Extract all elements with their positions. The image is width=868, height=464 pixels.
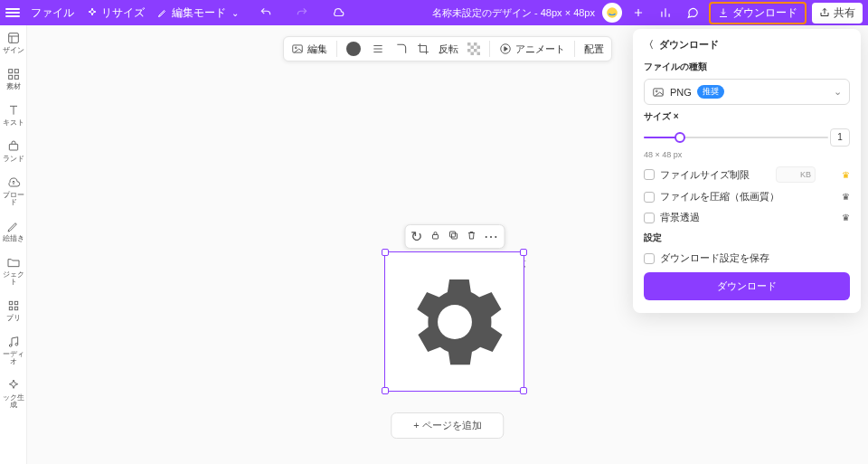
svg-rect-9 — [9, 307, 12, 309]
compress-row[interactable]: ファイルを圧縮（低画質） ♛ — [644, 190, 850, 204]
transparent-row[interactable]: 背景透過 ♛ — [644, 211, 850, 224]
save-settings-label: ダウンロード設定を保存 — [660, 251, 769, 265]
menu-icon[interactable] — [5, 8, 20, 17]
rail-text[interactable]: キスト — [3, 103, 24, 127]
edit-image-button[interactable]: 編集 — [291, 43, 327, 56]
filetype-label: ファイルの種類 — [644, 61, 850, 73]
comment-icon[interactable] — [682, 2, 703, 24]
animate-label: アニメート — [515, 43, 565, 56]
transparent-label: 背景透過 — [660, 211, 700, 224]
checkbox[interactable] — [644, 169, 655, 180]
filesize-limit-label: ファイルサイズ制限 — [660, 168, 750, 182]
resize-menu[interactable]: リサイズ — [87, 5, 145, 21]
more-icon[interactable]: ⋯ — [484, 228, 498, 245]
analytics-icon[interactable] — [655, 2, 676, 24]
svg-rect-17 — [474, 43, 477, 46]
transparency-button[interactable] — [467, 43, 480, 55]
rail-audio[interactable]: ーディオ — [0, 335, 26, 365]
filetype-select[interactable]: PNG 推奨 ⌄ — [644, 79, 850, 105]
settings-label: 設定 — [644, 232, 850, 244]
file-menu[interactable]: ファイル — [31, 5, 74, 21]
filesize-limit-row[interactable]: ファイルサイズ制限 KB ♛ — [644, 166, 850, 183]
left-rail: ザイン 素材 キスト ランド プロード 絵描き ジェクト プリ ーディオ ック生… — [0, 25, 27, 464]
checkbox[interactable] — [644, 253, 655, 264]
avatar[interactable] — [602, 3, 622, 23]
border-style[interactable] — [370, 43, 386, 55]
kb-input[interactable]: KB — [776, 166, 816, 183]
download-action-button[interactable]: ダウンロード — [644, 272, 850, 300]
image-icon — [652, 86, 665, 99]
rail-projects[interactable]: ジェクト — [0, 255, 26, 286]
undo-button[interactable] — [255, 2, 277, 24]
svg-rect-4 — [8, 75, 12, 79]
dimensions-text: 48 × 48 px — [644, 150, 850, 159]
sync-icon[interactable]: ↻ — [410, 228, 422, 245]
resize-handle[interactable] — [520, 249, 527, 256]
resize-handle[interactable] — [382, 387, 389, 394]
download-icon — [718, 7, 729, 18]
edit-label: 編集 — [307, 43, 327, 56]
checkbox[interactable] — [644, 192, 655, 203]
svg-rect-7 — [9, 301, 12, 304]
pencil-icon — [157, 7, 168, 18]
lock-icon[interactable] — [429, 228, 440, 245]
add-button[interactable] — [627, 2, 649, 24]
animate-button[interactable]: アニメート — [499, 43, 565, 56]
save-settings-row[interactable]: ダウンロード設定を保存 — [644, 251, 850, 265]
back-icon[interactable]: 〈 — [644, 38, 654, 52]
animate-icon — [499, 43, 512, 55]
resize-label: リサイズ — [101, 5, 145, 21]
rail-brand[interactable]: ランド — [3, 139, 24, 163]
redo-button[interactable] — [291, 2, 313, 24]
svg-point-29 — [656, 90, 657, 91]
position-label: 配置 — [584, 43, 604, 56]
recommended-badge: 推奨 — [697, 85, 724, 99]
fill-color[interactable] — [346, 42, 361, 56]
editmode-menu[interactable]: 編集モード — [157, 5, 239, 21]
design-title[interactable]: 名称未設定のデザイン - 48px × 48px — [432, 6, 595, 20]
crop-button[interactable] — [417, 43, 429, 55]
svg-rect-22 — [471, 52, 475, 56]
panel-title: ダウンロード — [659, 38, 719, 52]
svg-rect-27 — [449, 232, 455, 237]
slider-thumb[interactable] — [675, 132, 685, 143]
rail-design[interactable]: ザイン — [3, 31, 24, 54]
rail-upload[interactable]: プロード — [0, 175, 26, 206]
crown-icon: ♛ — [842, 213, 850, 223]
corner-radius[interactable] — [395, 43, 408, 55]
gear-icon — [396, 263, 514, 381]
download-label: ダウンロード — [732, 5, 797, 21]
svg-point-11 — [9, 345, 12, 347]
crown-icon: ♛ — [842, 170, 850, 180]
svg-rect-10 — [14, 307, 17, 309]
download-button[interactable]: ダウンロード — [709, 2, 807, 24]
checkbox[interactable] — [644, 213, 655, 223]
resize-handle[interactable] — [520, 387, 527, 394]
canvas-area[interactable]: 編集 反転 アニメート 配置 ↻ ⋯ ⿻ ⇱ — [27, 25, 868, 464]
selected-element[interactable]: ↻ ⋯ ⿻ ⇱ — [384, 251, 524, 392]
cloud-sync-icon[interactable] — [327, 2, 349, 24]
color-dot-icon — [346, 42, 361, 56]
selection-box[interactable] — [384, 251, 524, 392]
size-value[interactable]: 1 — [830, 128, 850, 147]
rail-draw[interactable]: 絵描き — [3, 219, 24, 242]
svg-rect-8 — [14, 301, 17, 304]
delete-icon[interactable] — [466, 228, 476, 245]
resize-handle[interactable] — [382, 249, 389, 256]
duplicate-icon[interactable] — [448, 228, 458, 245]
svg-point-0 — [607, 7, 618, 18]
crown-icon: ♛ — [842, 192, 850, 202]
size-slider[interactable]: 1 — [644, 128, 850, 147]
flip-button[interactable]: 反転 — [439, 43, 458, 56]
svg-rect-6 — [9, 144, 17, 150]
rail-apps[interactable]: プリ — [6, 298, 21, 322]
share-button[interactable]: 共有 — [812, 3, 863, 24]
add-page-button[interactable]: + ページを追加 — [391, 412, 504, 439]
download-panel: 〈 ダウンロード ファイルの種類 PNG 推奨 ⌄ サイズ × 1 48 × 4… — [633, 29, 861, 313]
position-button[interactable]: 配置 — [584, 43, 604, 56]
rail-elements[interactable]: 素材 — [6, 67, 21, 90]
size-label: サイズ × — [644, 110, 850, 123]
element-minibar: ↻ ⋯ — [404, 224, 505, 249]
rail-generate[interactable]: ック生成 — [0, 378, 26, 409]
svg-point-14 — [295, 47, 297, 49]
